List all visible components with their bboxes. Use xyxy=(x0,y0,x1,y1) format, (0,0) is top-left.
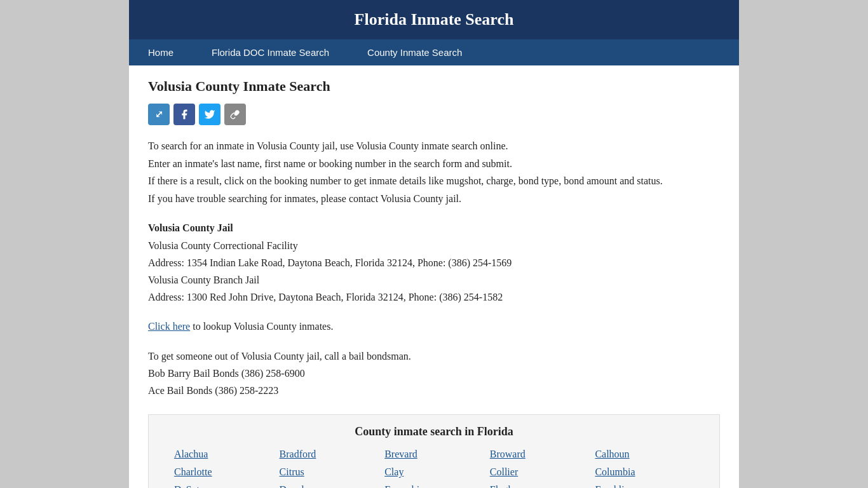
county-cell: DeSoto xyxy=(174,483,273,488)
county-link-collier[interactable]: Collier xyxy=(490,466,518,477)
county-cell: Escambia xyxy=(384,483,484,488)
share-button[interactable]: ⤢ xyxy=(148,104,170,125)
intro-line-3: If there is a result, click on the booki… xyxy=(148,173,720,189)
county-cell: Alachua xyxy=(174,447,273,461)
nav-county-search[interactable]: County Inmate Search xyxy=(348,39,481,65)
county-link-brevard[interactable]: Brevard xyxy=(384,449,417,459)
bondsman1: Bob Barry Bail Bonds (386) 258-6900 xyxy=(148,365,720,382)
county-link-broward[interactable]: Broward xyxy=(490,449,526,459)
lookup-suffix: to lookup Volusia County inmates. xyxy=(190,321,333,332)
facility2-name: Volusia County Branch Jail xyxy=(148,271,720,288)
county-link-citrus[interactable]: Citrus xyxy=(280,466,304,477)
intro-text: To search for an inmate in Volusia Count… xyxy=(148,138,720,207)
county-cell: Columbia xyxy=(595,465,694,479)
facility2-address: Address: 1300 Red John Drive, Daytona Be… xyxy=(148,288,720,306)
county-link-franklin[interactable]: Franklin xyxy=(595,484,629,488)
intro-line-4: If you have trouble searching for inmate… xyxy=(148,191,720,207)
site-title: Florida Inmate Search xyxy=(142,10,726,29)
county-link-flagler[interactable]: Flagler xyxy=(490,484,519,488)
county-link-bradford[interactable]: Bradford xyxy=(280,449,316,459)
bondsman2: Ace Bail Bonds (386) 258-2223 xyxy=(148,382,720,399)
county-cell: Citrus xyxy=(280,465,379,479)
county-cell: Brevard xyxy=(384,447,484,461)
county-cell: Flagler xyxy=(490,483,589,488)
facility1-address: Address: 1354 Indian Lake Road, Daytona … xyxy=(148,254,720,271)
page-heading: Volusia County Inmate Search xyxy=(148,78,720,95)
county-grid: AlachuaBradfordBrevardBrowardCalhounChar… xyxy=(161,447,707,488)
county-link-escambia[interactable]: Escambia xyxy=(384,484,424,488)
intro-line-1: To search for an inmate in Volusia Count… xyxy=(148,138,720,154)
county-cell: Franklin xyxy=(595,483,694,488)
county-cell: Charlotte xyxy=(174,465,273,479)
bail-intro: To get someone out of Volusia County jai… xyxy=(148,348,720,365)
lookup-line: Click here to lookup Volusia County inma… xyxy=(148,318,720,335)
county-link-clay[interactable]: Clay xyxy=(384,466,403,477)
bail-section: To get someone out of Volusia County jai… xyxy=(148,348,720,400)
main-nav: Home Florida DOC Inmate Search County In… xyxy=(129,39,739,65)
facebook-button[interactable] xyxy=(173,104,195,125)
county-cell: Bradford xyxy=(280,447,379,461)
site-header: Florida Inmate Search xyxy=(129,0,739,39)
copy-link-button[interactable] xyxy=(224,104,246,125)
county-link-columbia[interactable]: Columbia xyxy=(595,466,635,477)
jail-section: Volusia County Jail Volusia County Corre… xyxy=(148,219,720,306)
county-link-desoto[interactable]: DeSoto xyxy=(174,484,205,488)
jail-title: Volusia County Jail xyxy=(148,222,233,233)
county-link-calhoun[interactable]: Calhoun xyxy=(595,449,629,459)
county-cell: Calhoun xyxy=(595,447,694,461)
county-cell: Broward xyxy=(490,447,589,461)
lookup-link[interactable]: Click here xyxy=(148,321,190,332)
county-link-duval[interactable]: Duval xyxy=(280,484,304,488)
county-cell: Duval xyxy=(280,483,379,488)
nav-home[interactable]: Home xyxy=(129,39,193,65)
twitter-button[interactable] xyxy=(199,104,220,125)
social-buttons: ⤢ xyxy=(148,104,720,125)
county-link-charlotte[interactable]: Charlotte xyxy=(174,466,212,477)
county-cell: Clay xyxy=(384,465,484,479)
intro-line-2: Enter an inmate's last name, first name … xyxy=(148,156,720,172)
nav-doc-search[interactable]: Florida DOC Inmate Search xyxy=(193,39,348,65)
county-link-alachua[interactable]: Alachua xyxy=(174,449,208,459)
county-section-title: County inmate search in Florida xyxy=(161,425,707,438)
main-content: Volusia County Inmate Search ⤢ To search… xyxy=(129,65,739,488)
county-cell: Collier xyxy=(490,465,589,479)
county-section: County inmate search in Florida AlachuaB… xyxy=(148,414,720,488)
facility1-name: Volusia County Correctional Facility xyxy=(148,237,720,254)
